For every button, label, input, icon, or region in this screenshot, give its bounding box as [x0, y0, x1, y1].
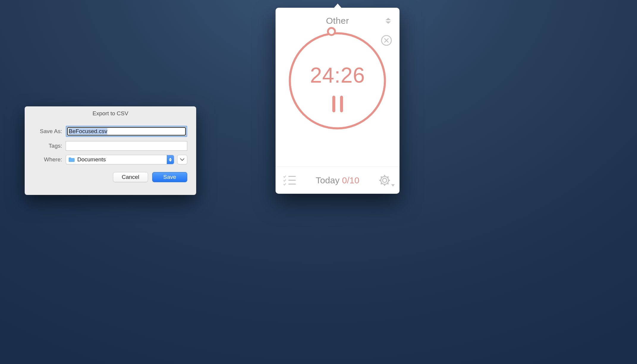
save-as-row: Save As:	[34, 126, 187, 137]
tags-label: Tags:	[34, 143, 66, 149]
tags-row: Tags:	[34, 141, 187, 151]
chevron-down-icon	[385, 21, 391, 24]
expand-button[interactable]	[177, 155, 187, 164]
svg-point-4	[383, 178, 387, 182]
save-as-focus-ring	[66, 126, 187, 137]
today-label: Today	[316, 175, 339, 185]
svg-rect-10	[387, 176, 389, 178]
save-button[interactable]: Save	[152, 172, 187, 182]
category-selector[interactable]: Other	[326, 16, 349, 26]
checkmark-icon	[283, 183, 286, 185]
timer-area: 24:26	[276, 34, 399, 153]
svg-rect-12	[380, 176, 383, 178]
where-value: Documents	[77, 156, 106, 163]
svg-rect-7	[384, 184, 385, 186]
category-label-text: Other	[326, 16, 349, 26]
where-group: Documents	[66, 155, 187, 164]
cancel-button-label: Cancel	[122, 174, 139, 180]
popup-arrows-icon	[167, 155, 174, 164]
where-popup-content: Documents	[66, 156, 167, 163]
svg-rect-13	[387, 182, 389, 185]
popover-footer: Today 0/10	[276, 166, 399, 194]
svg-rect-1	[288, 176, 296, 177]
today-count: 0/10	[342, 175, 359, 185]
dialog-title: Export to CSV	[25, 106, 196, 120]
pause-button[interactable]	[276, 96, 399, 112]
timer-handle[interactable]	[327, 27, 336, 36]
form-rows: Save As: Tags: Where: Documents	[25, 120, 196, 164]
dialog-button-row: Cancel Save	[25, 168, 196, 182]
category-stepper[interactable]	[385, 18, 391, 24]
checkmark-icon	[283, 179, 286, 182]
chevron-up-icon	[385, 18, 391, 21]
where-label: Where:	[34, 156, 66, 163]
save-as-input[interactable]	[67, 127, 185, 135]
task-list-button[interactable]	[283, 175, 296, 185]
svg-rect-9	[388, 180, 390, 181]
chevron-down-icon	[180, 158, 184, 161]
checkmark-icon	[283, 175, 286, 178]
save-as-label: Save As:	[34, 128, 66, 135]
timer-popover: Other 24:26	[276, 8, 399, 194]
where-row: Where: Documents	[34, 155, 187, 164]
today-progress: Today 0/10	[296, 175, 379, 185]
folder-icon	[68, 157, 75, 162]
pause-icon-bar	[340, 96, 343, 112]
dropdown-icon	[391, 184, 395, 187]
svg-rect-6	[384, 175, 385, 177]
cancel-button[interactable]: Cancel	[113, 172, 148, 182]
where-popup[interactable]: Documents	[66, 155, 174, 164]
tags-input[interactable]	[66, 141, 187, 151]
save-button-label: Save	[163, 174, 176, 180]
svg-rect-11	[380, 182, 383, 185]
svg-rect-3	[288, 184, 296, 185]
svg-rect-2	[288, 180, 296, 181]
svg-rect-8	[379, 180, 381, 181]
timer-time-display: 24:26	[276, 63, 399, 87]
popover-header: Other	[276, 8, 399, 34]
gear-icon	[379, 175, 390, 186]
export-csv-dialog: Export to CSV Save As: Tags: Where: Docu	[25, 106, 196, 195]
settings-button[interactable]	[379, 175, 392, 186]
pause-icon-bar	[332, 96, 335, 112]
